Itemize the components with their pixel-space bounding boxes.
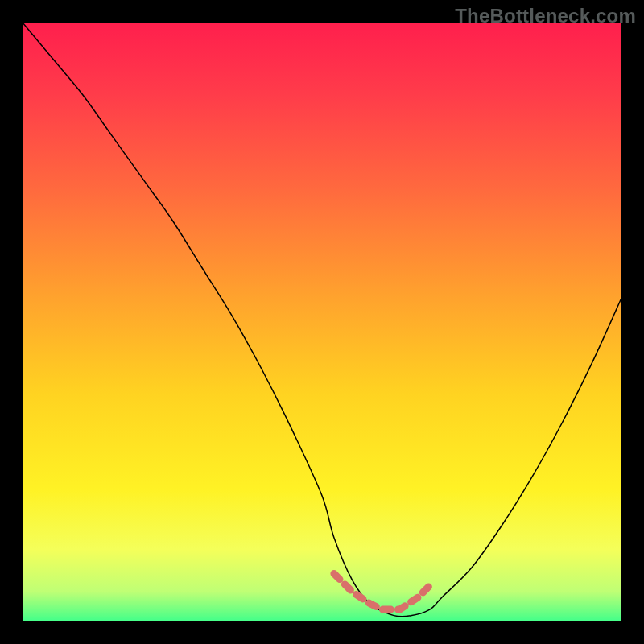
plot-area — [23, 23, 621, 621]
plot-background — [23, 23, 621, 621]
watermark-label: TheBottleneck.com — [455, 5, 636, 27]
app-frame: TheBottleneck.com — [0, 0, 644, 644]
plot-svg — [23, 23, 621, 621]
